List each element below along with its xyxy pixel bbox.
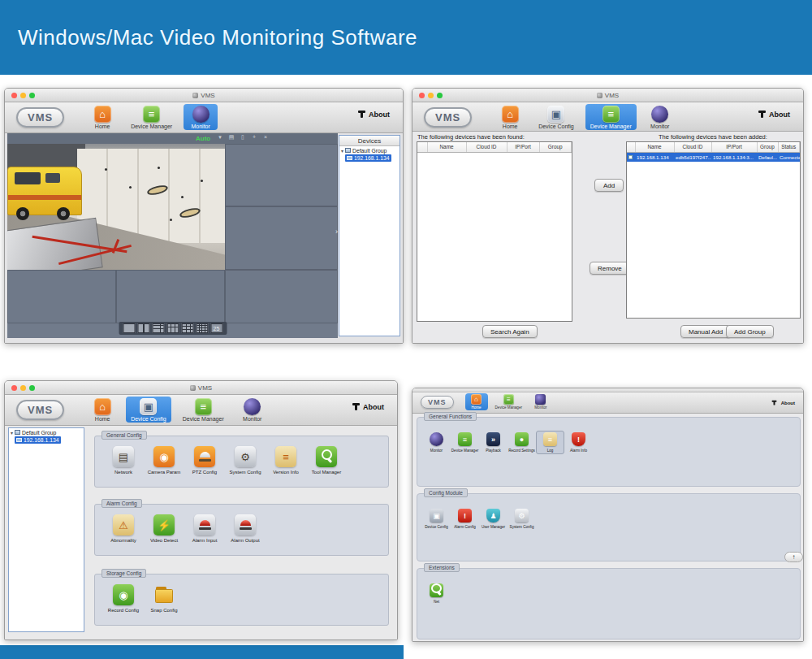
tree-device-row[interactable]: 192.168.1.134 (15, 436, 61, 444)
video-cell[interactable] (116, 270, 225, 323)
tree-group-row[interactable]: Default Group (339, 146, 400, 154)
home-item-device-config[interactable]: Device Config (422, 507, 451, 531)
snapshot-icon[interactable] (228, 134, 235, 141)
tab-home[interactable]: Home (85, 104, 119, 130)
about-button[interactable]: About (771, 399, 795, 407)
home-item-monitor[interactable]: Monitor (422, 431, 451, 454)
column-header[interactable]: Status (778, 142, 800, 152)
tab-home[interactable]: Home (85, 397, 119, 423)
up-arrow-icon[interactable] (784, 552, 803, 562)
about-button[interactable]: About (758, 111, 790, 119)
column-header[interactable]: Cloud ID (674, 142, 711, 152)
close-window-button[interactable] (419, 93, 425, 98)
tab-home[interactable]: Home (465, 393, 488, 410)
column-header[interactable]: IP/Port (507, 142, 539, 152)
config-item-alarm-input[interactable]: Alarm Input (184, 514, 225, 543)
tree-device-row[interactable]: 192.168.1.134 (345, 154, 391, 162)
home-item-record-settings[interactable]: Record Settings (508, 431, 536, 454)
config-item-snap-config[interactable]: Snap Config (144, 584, 184, 613)
add-icon[interactable] (251, 134, 257, 141)
device-manager-titlebar[interactable]: VMS (412, 89, 803, 102)
config-item-version-info[interactable]: Version Info (266, 446, 306, 475)
dropdown-caret-icon[interactable] (217, 134, 223, 141)
video-cell[interactable] (225, 206, 338, 270)
tab-monitor[interactable]: Monitor (235, 397, 270, 423)
video-cell[interactable] (225, 270, 338, 323)
device-table-row[interactable]: 192.168.1.134 edb5d197f247... 192.168.1.… (627, 152, 800, 162)
home-item-alarm-config[interactable]: Alarm Config (451, 507, 479, 531)
home-item-net[interactable]: Net (422, 582, 451, 605)
traffic-lights[interactable] (419, 93, 443, 98)
tab-monitor[interactable]: Monitor (643, 104, 677, 130)
record-icon[interactable] (240, 134, 246, 141)
config-item-tool-manager[interactable]: Tool Manager (306, 446, 347, 475)
config-item-camera-param[interactable]: Camera Param (144, 446, 184, 475)
layout-25-button[interactable]: 25 (210, 323, 222, 333)
config-item-video-detect[interactable]: Video Detect (144, 514, 184, 543)
chevron-right-icon[interactable] (335, 228, 338, 236)
video-cell[interactable] (7, 270, 116, 323)
tab-home[interactable]: Home (493, 104, 527, 130)
add-button[interactable]: Add (594, 179, 624, 192)
close-window-button[interactable] (11, 93, 17, 98)
layout-8-icon[interactable] (166, 323, 179, 333)
home-item-system-config[interactable]: System Config (508, 507, 536, 531)
manual-add-button[interactable]: Manual Add (680, 325, 731, 338)
camera-feed[interactable] (7, 144, 225, 270)
layout-6-icon[interactable] (152, 323, 164, 333)
config-item-system-config[interactable]: System Config (225, 446, 266, 475)
home-item-playback[interactable]: Playback (479, 431, 508, 454)
tab-device-config[interactable]: Device Config (533, 104, 579, 130)
checkbox[interactable] (628, 155, 633, 159)
column-header[interactable]: Group (757, 142, 778, 152)
found-devices-table[interactable]: Name Cloud ID IP/Port Group (417, 141, 572, 322)
config-item-record-config[interactable]: Record Config (103, 584, 144, 613)
tree-group-row[interactable]: Default Group (9, 428, 84, 436)
tree-expand-icon[interactable] (341, 148, 343, 154)
layout-9-icon[interactable] (181, 323, 193, 333)
minimize-window-button[interactable] (20, 385, 26, 391)
home-item-device-manager[interactable]: Device Manager (451, 431, 479, 454)
column-header[interactable]: Group (539, 142, 572, 152)
monitor-titlebar[interactable]: VMS (5, 89, 403, 102)
video-cell[interactable] (225, 144, 338, 206)
tab-device-manager[interactable]: Device Manager (126, 104, 177, 130)
minimize-window-button[interactable] (20, 93, 26, 98)
added-devices-table[interactable]: Name Cloud ID IP/Port Group Status 192.1… (626, 141, 801, 319)
home-item-user-manager[interactable]: User Manager (479, 507, 508, 531)
tree-expand-icon[interactable] (11, 430, 13, 436)
config-item-ptz-config[interactable]: PTZ Config (184, 446, 225, 475)
remove-button[interactable]: Remove (590, 262, 630, 275)
close-window-button[interactable] (11, 385, 17, 391)
zoom-window-button[interactable] (29, 385, 35, 391)
add-group-button[interactable]: Add Group (726, 325, 774, 338)
home-item-log[interactable]: Log (536, 431, 564, 454)
tab-monitor[interactable]: Monitor (184, 104, 218, 130)
close-icon[interactable] (262, 134, 269, 141)
layout-16-icon[interactable] (196, 323, 208, 333)
traffic-lights[interactable] (11, 93, 35, 98)
column-header[interactable]: Name (635, 142, 674, 152)
tab-device-config[interactable]: Device Config (126, 397, 171, 423)
traffic-lights[interactable] (11, 385, 35, 391)
row-checkbox-cell[interactable] (627, 152, 635, 162)
device-config-titlebar[interactable]: VMS (5, 381, 397, 395)
tab-monitor[interactable]: Monitor (529, 393, 552, 410)
column-header[interactable]: Cloud ID (466, 142, 507, 152)
config-item-alarm-output[interactable]: Alarm Output (225, 514, 266, 543)
home-item-alarm-info[interactable]: Alarm Info (564, 431, 593, 454)
tab-device-manager[interactable]: Device Manager (492, 393, 525, 410)
zoom-window-button[interactable] (29, 93, 35, 98)
zoom-window-button[interactable] (437, 93, 443, 98)
about-button[interactable]: About (352, 403, 384, 411)
config-item-network[interactable]: Network (103, 446, 144, 475)
minimize-window-button[interactable] (428, 93, 434, 98)
column-header[interactable]: Name (427, 142, 466, 152)
tab-device-manager[interactable]: Device Manager (585, 104, 637, 130)
column-header[interactable]: IP/Port (711, 142, 757, 152)
about-button[interactable]: About (358, 111, 390, 119)
config-item-abnormality[interactable]: Abnormality (103, 514, 144, 543)
tab-device-manager[interactable]: Device Manager (178, 397, 229, 423)
layout-1-icon[interactable] (123, 323, 135, 333)
layout-4-icon[interactable] (137, 323, 149, 333)
